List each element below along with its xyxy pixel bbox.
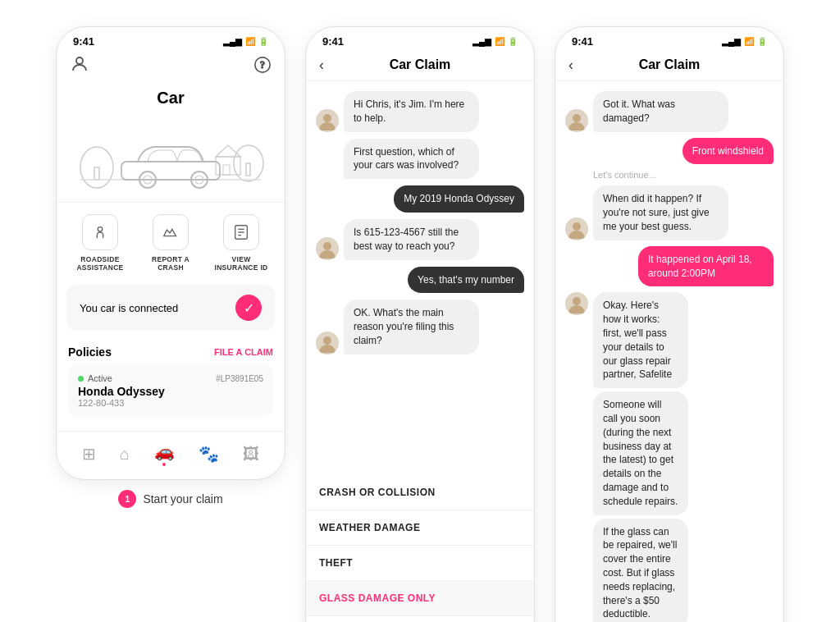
bubble-bot4: OK. What's the main reason you're filing… xyxy=(344,300,479,354)
status-bar-2: 9:41 ▂▄▆ 📶 🔋 xyxy=(306,27,534,51)
nav-scan[interactable]: ⊞ xyxy=(82,444,96,464)
chat-body-2: Hi Chris, it's Jim. I'm here to help. Fi… xyxy=(306,81,534,475)
signal-icon: ▂▄▆ xyxy=(223,37,242,46)
active-label: Active xyxy=(88,373,112,383)
battery-icon: 🔋 xyxy=(258,37,268,46)
roadside-label: ROADSIDEASSISTANCE xyxy=(76,255,123,272)
svg-rect-6 xyxy=(246,163,250,176)
bot-avatar-p3-3 xyxy=(565,292,588,315)
phone3-wrapper: 9:41 ▂▄▆ 📶 🔋 ‹ Car Claim xyxy=(555,26,784,622)
bot-avatar-p3-1 xyxy=(565,109,588,132)
step-label-1: 1 Start your claim xyxy=(118,490,222,508)
back-btn-2[interactable]: ‹ xyxy=(319,57,324,74)
msg-row-user2: Yes, that's my number xyxy=(316,267,524,294)
phone2: 9:41 ▂▄▆ 📶 🔋 ‹ Car Claim xyxy=(305,26,535,622)
svg-point-32 xyxy=(573,297,581,305)
nav-pets[interactable]: 🐾 xyxy=(199,444,219,464)
status-bar-3: 9:41 ▂▄▆ 📶 🔋 xyxy=(555,27,783,51)
profile-icon[interactable] xyxy=(70,54,89,79)
file-claim-link[interactable]: FILE A CLAIM xyxy=(214,347,273,357)
wifi-icon-3: 📶 xyxy=(744,37,754,46)
check-circle: ✓ xyxy=(235,295,262,321)
phone2-wrapper: 9:41 ▂▄▆ 📶 🔋 ‹ Car Claim xyxy=(305,26,535,622)
option-glass[interactable]: GLASS DAMAGE ONLY xyxy=(306,581,534,616)
connected-text: You car is connected xyxy=(80,302,178,314)
nav-home[interactable]: ⌂ xyxy=(120,445,130,464)
bubble-p3-bot3c: If the glass can be repaired, we'll cove… xyxy=(593,519,688,622)
svg-point-0 xyxy=(76,57,83,64)
insurance-icon xyxy=(223,214,259,250)
msg-row-p3-bot3: Okay. Here's how it works: first, we'll … xyxy=(565,292,774,622)
bubble-p3-bot2: When did it happen? If you're not sure, … xyxy=(593,185,728,240)
nav-car-active[interactable]: 🚗 xyxy=(154,441,175,466)
option-weather[interactable]: WEATHER DAMAGE xyxy=(306,510,534,546)
status-icons-2: ▂▄▆ 📶 🔋 xyxy=(472,37,518,46)
chat-header-3: ‹ Car Claim xyxy=(555,51,783,81)
scan-icon: ⊞ xyxy=(82,444,96,464)
bubble-bot1: Hi Chris, it's Jim. I'm here to help. xyxy=(344,91,479,132)
bubble-bot2: First question, which of your cars was i… xyxy=(344,139,479,180)
bottom-nav: ⊞ ⌂ 🚗 🐾 🖼 xyxy=(57,431,285,479)
continue-text: Let's continue... xyxy=(565,170,774,180)
active-status: Active xyxy=(78,373,112,383)
step-num-1: 1 xyxy=(118,490,136,508)
help-icon[interactable]: ? xyxy=(253,56,272,78)
roadside-assistance-btn[interactable]: ROADSIDEASSISTANCE xyxy=(71,214,130,272)
policy-number: 122-80-433 xyxy=(78,398,263,408)
option-crash[interactable]: CRASH OR COLLISION xyxy=(306,475,534,510)
bubble-p3-user1: Front windshield xyxy=(682,138,774,165)
roadside-icon xyxy=(82,214,118,250)
connected-bar: You car is connected ✓ xyxy=(66,285,275,331)
wifi-icon-2: 📶 xyxy=(495,37,504,46)
bot-multi-messages: Okay. Here's how it works: first, we'll … xyxy=(593,292,739,622)
car-nav-icon: 🚗 xyxy=(154,441,175,461)
msg-row-p3-user1: Front windshield xyxy=(565,138,774,165)
chat-title-3: Car Claim xyxy=(639,57,701,72)
bubble-bot3: Is 615-123-4567 still the best way to re… xyxy=(344,219,479,260)
policy-name: Honda Odyssey xyxy=(78,385,263,398)
bot-avatar-p3-2 xyxy=(565,217,588,240)
svg-rect-9 xyxy=(223,165,230,175)
svg-point-24 xyxy=(323,242,331,250)
wifi-icon: 📶 xyxy=(245,37,255,46)
msg-row-bot3: Is 615-123-4567 still the best way to re… xyxy=(316,219,524,260)
option-other[interactable]: SOMETHING ELSE xyxy=(306,616,534,622)
option-theft[interactable]: THEFT xyxy=(306,546,534,581)
photos-icon: 🖼 xyxy=(243,445,259,464)
time-2: 9:41 xyxy=(322,35,344,48)
phone1-title: Car xyxy=(57,85,285,116)
bubble-user1: My 2019 Honda Odyssey xyxy=(394,185,524,213)
signal-icon-2: ▂▄▆ xyxy=(472,37,491,46)
msg-row-bot1: Hi Chris, it's Jim. I'm here to help. xyxy=(316,91,524,132)
phone1-wrapper: 9:41 ▂▄▆ 📶 🔋 ? xyxy=(56,26,285,508)
chat-header-2: ‹ Car Claim xyxy=(306,51,534,81)
home-icon: ⌂ xyxy=(120,445,130,464)
claim-options: CRASH OR COLLISION WEATHER DAMAGE THEFT … xyxy=(306,475,534,622)
back-btn-3[interactable]: ‹ xyxy=(568,57,573,74)
msg-row-bot2: First question, which of your cars was i… xyxy=(316,139,524,180)
msg-row-p3-bot2: When did it happen? If you're not sure, … xyxy=(565,185,774,240)
policy-id: #LP3891E05 xyxy=(216,374,263,383)
bubble-p3-user2: It happened on April 18, around 2:00PM xyxy=(638,246,774,287)
msg-row-bot4: OK. What's the main reason you're filing… xyxy=(316,300,524,354)
phone3: 9:41 ▂▄▆ 📶 🔋 ‹ Car Claim xyxy=(555,26,784,622)
nav-photos[interactable]: 🖼 xyxy=(243,445,259,464)
phone1: 9:41 ▂▄▆ 📶 🔋 ? xyxy=(56,26,285,480)
svg-point-30 xyxy=(573,222,581,231)
step-text-1: Start your claim xyxy=(143,492,222,505)
time-3: 9:41 xyxy=(572,35,593,48)
battery-icon-2: 🔋 xyxy=(508,37,518,46)
svg-point-22 xyxy=(323,114,331,122)
bubble-p3-bot1: Got it. What was damaged? xyxy=(593,91,728,132)
svg-point-26 xyxy=(323,336,331,345)
signal-icon-3: ▂▄▆ xyxy=(722,37,741,46)
chat-body-3: Got it. What was damaged? Front windshie… xyxy=(555,81,783,622)
crash-label: REPORT ACRASH xyxy=(152,255,189,272)
msg-row-p3-bot1: Got it. What was damaged? xyxy=(565,91,774,132)
bubble-user2: Yes, that's my number xyxy=(408,267,524,294)
msg-row-user1: My 2019 Honda Odyssey xyxy=(316,185,524,213)
report-crash-btn[interactable]: REPORT ACRASH xyxy=(141,214,200,272)
bot-avatar-2 xyxy=(316,237,339,260)
svg-rect-4 xyxy=(94,167,99,180)
insurance-id-btn[interactable]: VIEWINSURANCE ID xyxy=(212,214,271,272)
